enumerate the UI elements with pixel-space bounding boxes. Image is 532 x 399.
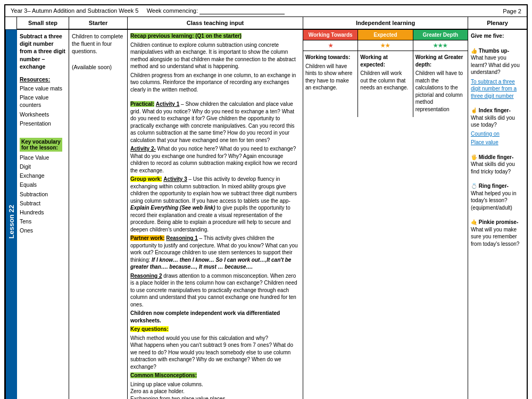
plenary-index: ☝ Index finger- What skills did you use … [471, 107, 524, 129]
exp-stars: ★★ [358, 40, 413, 51]
vocab-list: Place Value Digit Exchange Equals Subtra… [20, 154, 66, 235]
plenary-link3: Place value [471, 139, 524, 146]
reasoning2: Reasoning 2 draws attention to a common … [130, 272, 300, 309]
recap-label: Recap previous learning: (Q1 on the star… [130, 33, 242, 39]
header-plenary: Plenary [468, 17, 527, 29]
vocab-subtraction: Subtraction [20, 190, 66, 198]
starter-column: Children to complete the fluent in four … [69, 30, 128, 399]
plenary-column: Give me five: 👍 Thumbs up- What have you… [468, 30, 527, 399]
vocab-exchange: Exchange [20, 172, 66, 179]
gd-stars: ★★★ [413, 40, 468, 51]
index-icon: ☝ [471, 107, 477, 113]
misconceptions-text: Lining up place value columns. Zero as a… [130, 381, 300, 400]
plenary-pinkie: 🤙 Pinkie promise- What will you make sur… [471, 219, 524, 247]
partner-work-label: Partner work: [130, 235, 164, 241]
independent-column: Working Towards Expected Greater Depth ★… [303, 30, 468, 399]
activity2-text: Activity 2- What do you notice here? Wha… [130, 145, 300, 174]
independent-label: Children now complete independent work v… [130, 310, 300, 324]
gd-body-text: Children will have to match the calculat… [415, 70, 466, 113]
vocab-subtract: Subtract [20, 200, 66, 207]
reasoning2-label: Reasoning 2 [130, 273, 162, 279]
vocab-place-value: Place Value [20, 154, 66, 161]
group-work-label: Group work: [130, 176, 162, 182]
partner-work: Partner work: Reasoning 1 – This activit… [130, 235, 300, 271]
top-bar: Year 3– Autumn Addition and Subtraction … [5, 5, 527, 17]
resource-1: Place value mats [20, 85, 66, 92]
pinkie-icon: 🤙 [471, 219, 477, 225]
resource-4: Presentation [20, 120, 66, 127]
resource-2: Place value counters [20, 94, 66, 109]
header-class-teaching: Class teaching input [128, 17, 303, 29]
main-content: Lesson 22 Subtract a three digit number … [5, 30, 527, 399]
middle-icon: 🖐 [471, 154, 477, 160]
key-questions-label: Key questions: [130, 326, 169, 332]
activity1-text: – Show children the calculation and plac… [130, 101, 295, 143]
page-number: Page 2 [503, 8, 521, 14]
wt-header: Working Towards [303, 30, 358, 40]
vocab-hundreds: Hundreds [20, 209, 66, 216]
vocab-ones: Ones [20, 227, 66, 234]
ind-body: Working towards: Children will have hint… [303, 51, 468, 117]
activity3-label: Activity 3 [163, 176, 187, 182]
small-step-column: Subtract a three digit number from a thr… [17, 30, 69, 399]
reasoning1-label: Reasoning 1 [166, 235, 197, 241]
gd-header: Greater Depth [413, 30, 468, 40]
ind-stars-row: ★ ★★ ★★★ [303, 40, 468, 51]
vocab-tens: Tens [20, 218, 66, 225]
header-starter: Starter [69, 17, 128, 29]
recap-body: Children continue to explore column subt… [130, 41, 300, 70]
starter-text: Children to complete the fluent in four … [72, 32, 124, 55]
exp-header: Expected [358, 30, 413, 40]
exp-body-text: Children will work out the column that n… [360, 70, 410, 92]
resources-section: Resources: Place value mats Place value … [20, 76, 66, 127]
gd-body: Working at Greater depth: Children will … [413, 51, 468, 117]
ind-sub-headers: Working Towards Expected Greater Depth [303, 30, 468, 40]
activity2-label: Activity 2- [130, 146, 156, 152]
wt-stars: ★ [303, 40, 358, 51]
gd-heading: Working at Greater depth: [415, 54, 466, 68]
plenary-link1: To subtract a three digit number from a … [471, 78, 524, 100]
plenary-middle: 🖐 Middle finger- What skills did you fin… [471, 154, 524, 176]
wt-body-text: Children will have hints to show where t… [305, 63, 355, 92]
thumbs-icon: 👍 [471, 48, 477, 54]
activity1-label: Activity 1 [156, 101, 179, 107]
group-work: Group work: Activity 3 – Use this activi… [130, 176, 300, 233]
misconceptions-label: Common Misconceptions: [130, 372, 197, 378]
resources-label: Resources: [20, 76, 66, 83]
plenary-link2: Counting on [471, 130, 524, 138]
plenary-thumbs: 👍 Thumbs up- What have you learnt? What … [471, 47, 524, 76]
lesson-title: Year 3– Autumn Addition and Subtraction … [11, 7, 285, 14]
ring-icon: 💍 [471, 183, 477, 189]
vocab-digit: Digit [20, 163, 66, 170]
header-small-step: Small step [17, 17, 69, 29]
exp-heading: Working at expected: [360, 54, 410, 68]
lesson-sidebar: Lesson 22 [5, 30, 17, 399]
practical-activity1: Practical: Activity 1 – Show children th… [130, 101, 300, 144]
key-questions-text: Which method would you use for this calc… [130, 335, 300, 371]
key-vocab-section: Key vocabularyfor the lesson: Place Valu… [20, 138, 66, 235]
give-five-label: Give me five: [471, 32, 524, 40]
class-teaching-column: Recap previous learning: (Q1 on the star… [128, 30, 303, 399]
header-independent: Independent learning [303, 17, 468, 29]
key-vocab-label: Key vocabularyfor the lesson: [20, 138, 62, 152]
starter-available: (Available soon) [72, 63, 124, 71]
resource-3: Worksheets [20, 111, 66, 118]
wt-heading: Working towards: [305, 54, 355, 61]
practical-label: Practical: [130, 101, 154, 107]
column-headers: Small step Starter Class teaching input … [5, 17, 527, 30]
wt-body: Working towards: Children will have hint… [303, 51, 358, 117]
small-step-title: Subtract a three digit number from a thr… [20, 32, 66, 70]
vocab-equals: Equals [20, 181, 66, 188]
exp-body: Working at expected: Children will work … [358, 51, 413, 117]
plenary-ring: 💍 Ring finger- What helped you in today'… [471, 182, 524, 211]
progress-text: Children progress from an exchange in on… [130, 72, 300, 94]
